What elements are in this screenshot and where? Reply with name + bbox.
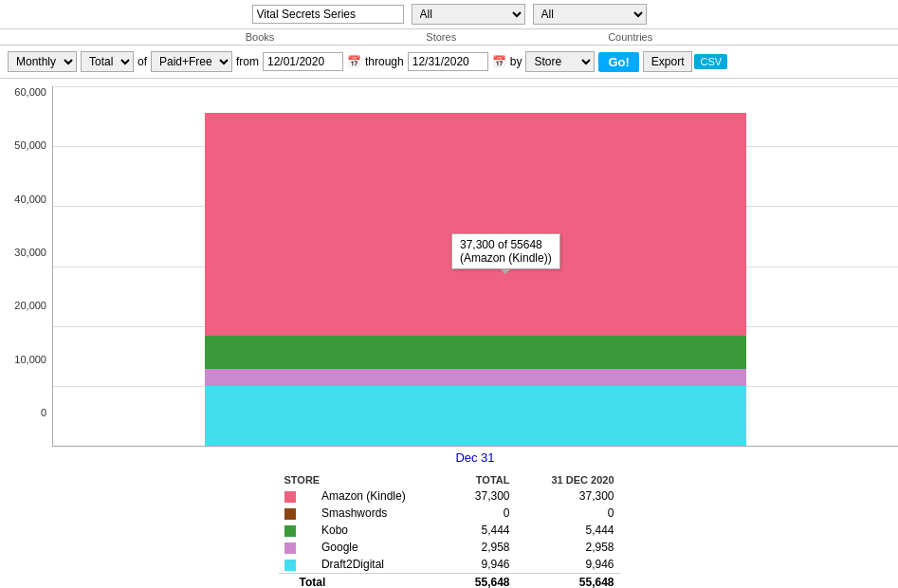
- bar-amazon: [205, 113, 746, 337]
- legend-color-cell: [279, 556, 316, 574]
- color-swatch: [284, 560, 296, 571]
- top-labels: Books Stores Countries: [0, 29, 898, 46]
- legend-total: 2,958: [450, 539, 516, 556]
- legend-dec: 37,300: [516, 487, 620, 505]
- bar-stack: [205, 112, 746, 446]
- country-select[interactable]: All: [533, 4, 647, 25]
- chart-wrapper: 0 10,000 20,000 30,000 40,000 50,000 60,…: [0, 79, 898, 447]
- bar-google: [205, 369, 746, 387]
- y-label-20k: 20,000: [14, 300, 46, 311]
- top-bar: Vital Secrets Series All All: [0, 0, 898, 29]
- csv-label: CSV: [694, 54, 727, 69]
- color-swatch: [284, 508, 296, 520]
- from-date-input[interactable]: 12/01/2020: [263, 52, 343, 71]
- legend-total-label: Total: [279, 574, 450, 589]
- y-label-10k: 10,000: [14, 354, 46, 365]
- legend-store-name: Kobo: [316, 522, 450, 539]
- x-axis-label: Dec 31: [0, 447, 898, 469]
- legend-store-name: Smashwords: [316, 505, 450, 522]
- legend-total-row: Total 55,648 55,648: [279, 574, 620, 589]
- legend-dec: 2,958: [516, 539, 620, 556]
- legend-total-dec: 55,648: [516, 574, 620, 589]
- y-label-50k: 50,000: [14, 139, 46, 151]
- legend-store-name: Google: [316, 539, 450, 556]
- metric-select[interactable]: Total Paid Free: [81, 51, 134, 72]
- countries-label: Countries: [608, 31, 652, 43]
- legend-color-cell: [279, 522, 316, 539]
- legend-row: Amazon (Kindle) 37,300 37,300: [279, 487, 620, 505]
- by-select[interactable]: Store Country Book: [525, 51, 595, 72]
- bar-draft2digital: [205, 386, 746, 446]
- go-button[interactable]: Go!: [598, 52, 638, 72]
- period-select[interactable]: Monthly Weekly Daily Yearly: [8, 51, 77, 72]
- type-select[interactable]: Paid+Free Paid Free: [151, 51, 232, 72]
- legend-total: 37,300: [450, 487, 516, 505]
- legend-color-cell: [279, 487, 316, 505]
- legend-total: 5,444: [450, 522, 516, 539]
- legend-col-date: 31 DEC 2020: [516, 472, 620, 487]
- legend-col-total: TOTAL: [450, 472, 516, 487]
- book-search-input[interactable]: Vital Secrets Series: [252, 5, 404, 24]
- y-label-60k: 60,000: [14, 86, 46, 98]
- legend-total: 9,946: [450, 556, 516, 574]
- of-label: of: [137, 55, 147, 68]
- filter-bar: Monthly Weekly Daily Yearly Total Paid F…: [0, 46, 898, 79]
- legend-store-name: Amazon (Kindle): [316, 487, 450, 505]
- legend-color-cell: [279, 539, 316, 556]
- legend-row: Draft2Digital 9,946 9,946: [279, 556, 620, 574]
- legend-dec: 5,444: [516, 522, 620, 539]
- legend-dec: 9,946: [516, 556, 620, 574]
- calendar-through-icon[interactable]: 📅: [492, 55, 506, 68]
- bar-kobo: [205, 336, 746, 368]
- y-label-40k: 40,000: [14, 193, 46, 205]
- chart-area: 37,300 of 55648 (Amazon (Kindle)): [52, 86, 898, 447]
- calendar-from-icon[interactable]: 📅: [347, 55, 361, 68]
- legend-store-name: Draft2Digital: [316, 556, 450, 574]
- color-swatch: [284, 525, 296, 537]
- legend: STORE TOTAL 31 DEC 2020 Amazon (Kindle) …: [279, 472, 620, 588]
- export-button[interactable]: Export: [643, 51, 693, 72]
- legend-total-total: 55,648: [450, 574, 516, 589]
- from-label: from: [236, 55, 259, 68]
- y-axis: 0 10,000 20,000 30,000 40,000 50,000 60,…: [0, 86, 52, 447]
- chart-bars: [53, 86, 898, 446]
- y-label-0: 0: [41, 407, 46, 418]
- y-label-30k: 30,000: [14, 247, 46, 258]
- books-label: Books: [246, 31, 275, 43]
- stores-label: Stores: [426, 31, 456, 43]
- legend-total: 0: [450, 505, 516, 522]
- legend-dec: 0: [516, 505, 620, 522]
- through-label: through: [365, 55, 404, 68]
- legend-col-store: STORE: [279, 472, 450, 487]
- color-swatch: [284, 491, 296, 503]
- legend-color-cell: [279, 505, 316, 522]
- legend-row: Kobo 5,444 5,444: [279, 522, 620, 539]
- legend-row: Google 2,958 2,958: [279, 539, 620, 556]
- by-label: by: [510, 55, 522, 68]
- legend-table: STORE TOTAL 31 DEC 2020 Amazon (Kindle) …: [279, 472, 620, 588]
- legend-row: Smashwords 0 0: [279, 505, 620, 522]
- through-date-input[interactable]: 12/31/2020: [408, 52, 488, 71]
- store-select[interactable]: All: [412, 4, 525, 25]
- color-swatch: [284, 542, 296, 554]
